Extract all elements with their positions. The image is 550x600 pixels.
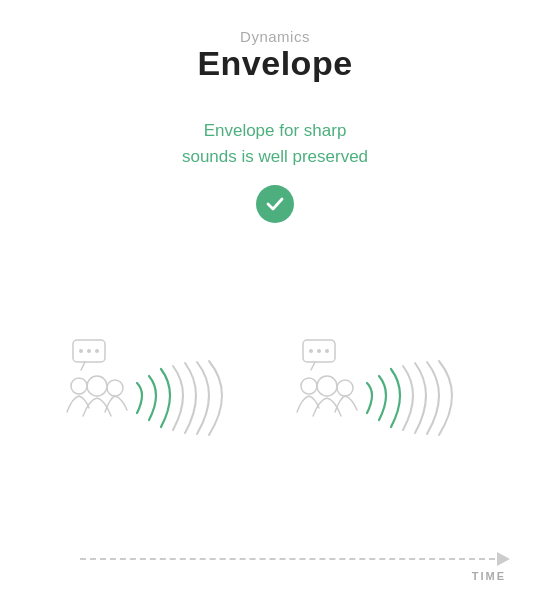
envelope-label: Envelope — [197, 45, 352, 82]
left-wave-7 — [209, 361, 222, 435]
arrow-head-icon — [497, 552, 510, 566]
svg-point-11 — [317, 349, 321, 353]
illustration-area — [0, 243, 550, 552]
checkmark-icon — [256, 185, 294, 223]
svg-point-10 — [309, 349, 313, 353]
svg-point-2 — [79, 349, 83, 353]
svg-point-7 — [107, 380, 123, 396]
subtitle: Envelope for sharp sounds is well preser… — [182, 118, 368, 169]
svg-line-9 — [311, 362, 315, 370]
right-wave-4 — [403, 366, 413, 430]
svg-point-6 — [71, 378, 87, 394]
right-wave-5 — [415, 363, 426, 433]
svg-point-13 — [317, 376, 337, 396]
svg-point-12 — [325, 349, 329, 353]
subtitle-line2: sounds is well preserved — [182, 147, 368, 166]
left-wave-5 — [185, 363, 196, 433]
left-wave-6 — [197, 362, 209, 434]
svg-point-14 — [301, 378, 317, 394]
left-wave-2 — [149, 376, 156, 420]
svg-point-3 — [87, 349, 91, 353]
left-wave-3 — [161, 369, 170, 427]
left-wave-4 — [173, 366, 183, 430]
time-label: TIME — [472, 570, 506, 582]
left-wave-1 — [137, 383, 142, 413]
right-wave-6 — [427, 362, 439, 434]
timeline-line — [80, 552, 510, 566]
dynamics-label: Dynamics — [197, 28, 352, 45]
dotted-line — [80, 558, 495, 560]
dynamics-illustration — [35, 298, 515, 498]
subtitle-line1: Envelope for sharp — [204, 121, 347, 140]
left-people-icon — [67, 340, 127, 416]
svg-point-4 — [95, 349, 99, 353]
svg-point-5 — [87, 376, 107, 396]
header: Dynamics Envelope — [197, 28, 352, 82]
svg-line-1 — [81, 362, 85, 370]
svg-point-15 — [337, 380, 353, 396]
right-people-icon — [297, 340, 357, 416]
right-wave-1 — [367, 383, 372, 413]
right-wave-2 — [379, 376, 386, 420]
right-wave-3 — [391, 369, 400, 427]
right-wave-7 — [439, 361, 452, 435]
timeline-area: TIME — [0, 552, 550, 582]
